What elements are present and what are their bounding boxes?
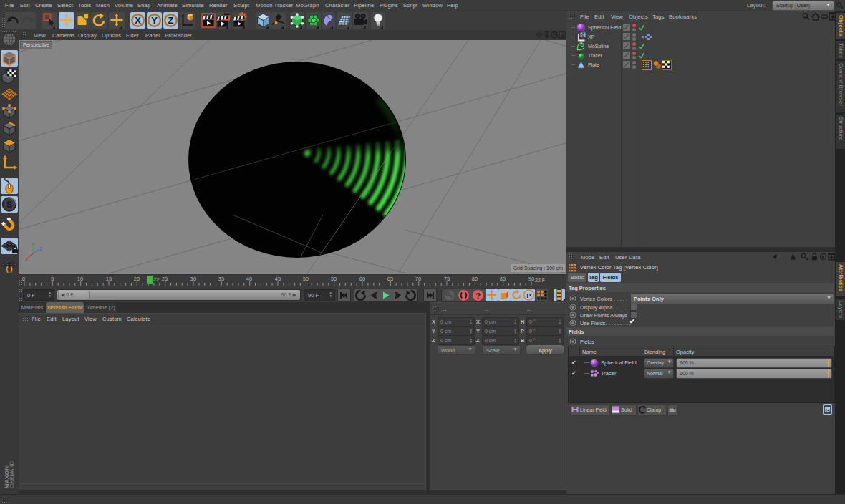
svg-text:?: ?	[475, 291, 481, 300]
svg-text:P: P	[526, 292, 531, 299]
svg-text:( ): ( )	[6, 264, 13, 273]
svg-text:G: G	[825, 407, 829, 414]
svg-text:S: S	[6, 200, 12, 210]
svg-text:0: 0	[581, 32, 584, 37]
svg-text:Z: Z	[39, 246, 43, 251]
svg-text:Y: Y	[151, 15, 158, 26]
svg-text:Y: Y	[32, 242, 35, 247]
svg-text:X: X	[135, 15, 141, 26]
svg-text:Z: Z	[168, 15, 174, 26]
svg-text:X: X	[25, 257, 29, 262]
